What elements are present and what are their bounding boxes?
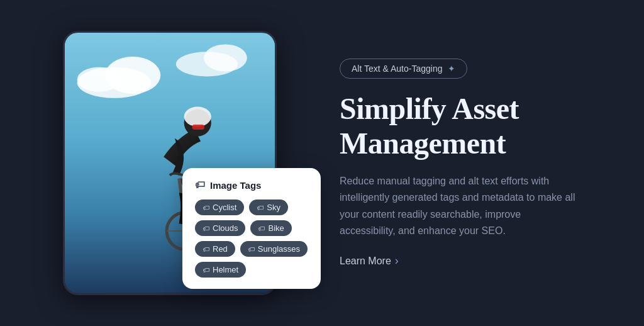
tag-label-sunglasses: Sunglasses (258, 244, 300, 254)
tag-pill-icon-helmet: 🏷 (203, 266, 209, 274)
heading-line2: Management (340, 126, 506, 160)
svg-point-5 (204, 44, 247, 71)
tag-bike: 🏷 Bike (250, 220, 291, 236)
badge-pill: Alt Text & Auto-Tagging ✦ (340, 59, 467, 79)
tag-icon: 🏷 (195, 179, 205, 191)
tag-cyclist: 🏷 Cyclist (195, 200, 244, 215)
tag-label-cyclist: Cyclist (213, 203, 236, 212)
tag-pill-icon-clouds: 🏷 (203, 225, 209, 232)
heading-line1: Simplify Asset (340, 92, 519, 125)
chevron-right-icon: › (395, 254, 399, 267)
svg-point-7 (184, 107, 211, 126)
main-container: 🏷 Image Tags 🏷 Cyclist 🏷 Sky 🏷 Clouds (0, 0, 644, 326)
tag-label-helmet: Helmet (213, 265, 238, 274)
tag-pill-icon-sunglasses: 🏷 (248, 245, 255, 253)
main-heading: Simplify Asset Management (340, 91, 606, 160)
svg-point-3 (77, 67, 121, 92)
tag-label-sky: Sky (267, 203, 280, 212)
image-tags-title: Image Tags (210, 180, 261, 191)
tag-label-red: Red (213, 244, 228, 254)
tag-pill-icon-sky: 🏷 (257, 204, 264, 211)
tag-pill-icon-bike: 🏷 (258, 225, 265, 232)
tag-sunglasses: 🏷 Sunglasses (240, 241, 308, 257)
tag-label-clouds: Clouds (213, 223, 238, 233)
right-panel: Alt Text & Auto-Tagging ✦ Simplify Asset… (340, 59, 606, 268)
badge-star-icon: ✦ (448, 64, 455, 74)
description-text: Reduce manual tagging and alt text effor… (340, 173, 579, 240)
tags-grid: 🏷 Cyclist 🏷 Sky 🏷 Clouds 🏷 Bike (195, 200, 308, 278)
learn-more-label: Learn More (340, 256, 391, 267)
tag-helmet: 🏷 Helmet (195, 262, 246, 278)
tag-pill-icon-red: 🏷 (203, 245, 209, 253)
image-tags-header: 🏷 Image Tags (195, 179, 308, 191)
tag-sky: 🏷 Sky (249, 200, 288, 215)
tag-pill-icon-cyclist: 🏷 (203, 204, 209, 211)
badge-label: Alt Text & Auto-Tagging (352, 64, 443, 74)
tag-clouds: 🏷 Clouds (195, 220, 245, 236)
tag-red: 🏷 Red (195, 241, 235, 257)
left-panel: 🏷 Image Tags 🏷 Cyclist 🏷 Sky 🏷 Clouds (38, 25, 302, 301)
image-tags-card: 🏷 Image Tags 🏷 Cyclist 🏷 Sky 🏷 Clouds (182, 168, 321, 289)
tag-label-bike: Bike (268, 223, 284, 233)
svg-rect-8 (192, 125, 204, 130)
learn-more-link[interactable]: Learn More › (340, 254, 399, 267)
